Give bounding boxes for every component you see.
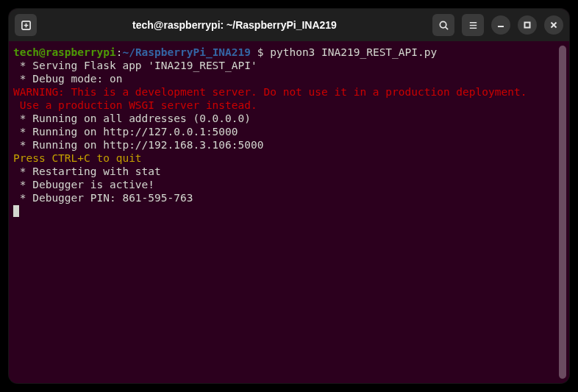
quit-hint: Press CTRL+C to quit [13, 152, 142, 164]
maximize-button[interactable] [518, 15, 537, 35]
search-button[interactable] [432, 14, 454, 36]
svg-point-3 [440, 21, 446, 27]
close-button[interactable] [544, 15, 563, 35]
prompt-dollar: $ [251, 46, 270, 58]
terminal-content: tech@raspberrypi:~/RaspberryPi_INA219 $ … [13, 46, 557, 379]
output-line: * Running on http://127.0.0.1:5000 [13, 126, 238, 138]
warning-line: WARNING: This is a development server. D… [13, 86, 527, 98]
terminal-window: tech@raspberrypi: ~/RaspberryPi_INA219 t… [9, 9, 569, 383]
output-line: * Running on all addresses (0.0.0.0) [13, 113, 251, 124]
cursor [13, 205, 19, 217]
command-text: python3 INA219_REST_API.py [270, 46, 437, 58]
output-line: * Running on http://192.168.3.106:5000 [13, 139, 263, 151]
output-line: * Debugger PIN: 861-595-763 [13, 192, 193, 204]
output-line: * Debug mode: on [13, 73, 122, 85]
new-tab-button[interactable] [15, 14, 37, 36]
svg-line-4 [445, 26, 447, 29]
prompt-user-host: tech@raspberrypi [13, 46, 116, 58]
output-line: * Serving Flask app 'INA219_REST_API' [13, 60, 257, 71]
output-line: * Restarting with stat [13, 165, 161, 177]
scrollbar[interactable] [559, 46, 566, 379]
titlebar: tech@raspberrypi: ~/RaspberryPi_INA219 [9, 9, 569, 41]
warning-line: Use a production WSGI server instead. [13, 99, 257, 111]
svg-rect-9 [525, 23, 530, 28]
output-line: * Debugger is active! [13, 179, 154, 190]
terminal-body[interactable]: tech@raspberrypi:~/RaspberryPi_INA219 $ … [9, 41, 569, 383]
menu-button[interactable] [462, 14, 484, 36]
scrollbar-thumb[interactable] [559, 46, 566, 379]
prompt-path: ~/RaspberryPi_INA219 [122, 46, 251, 58]
minimize-button[interactable] [491, 15, 510, 35]
window-title: tech@raspberrypi: ~/RaspberryPi_INA219 [43, 19, 427, 31]
